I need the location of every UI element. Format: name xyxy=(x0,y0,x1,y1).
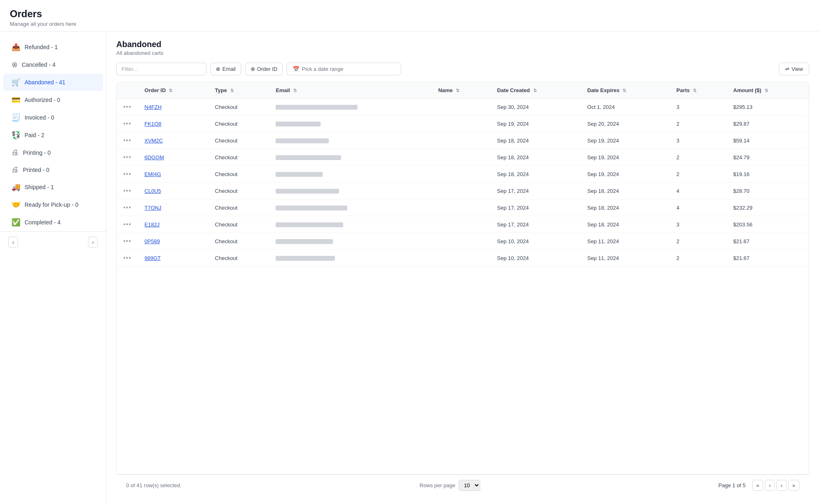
sidebar-item-printing[interactable]: 🖨 Printing - 0 xyxy=(3,144,103,161)
sidebar: 📤 Refunded - 1 ⊗ Cancelled - 4 🛒 Abandon… xyxy=(0,32,106,504)
app-container: Orders Manage all your orders here 📤 Ref… xyxy=(0,0,819,504)
cell-name-5 xyxy=(432,183,491,199)
sidebar-item-completed[interactable]: ✅ Completed - 4 xyxy=(3,214,103,231)
cell-email-8 xyxy=(269,233,432,250)
cell-type-5: Checkout xyxy=(208,183,269,199)
rows-per-page-select[interactable]: 10 20 50 xyxy=(459,480,480,491)
col-name[interactable]: Name ⇅ xyxy=(432,82,491,99)
cell-type-2: Checkout xyxy=(208,132,269,149)
order-id-filter-button[interactable]: ⊕ Order ID xyxy=(245,63,283,75)
sidebar-item-ready-pickup[interactable]: 🤝 Ready for Pick-up - 0 xyxy=(3,196,103,213)
sidebar-scroll-right[interactable]: › xyxy=(88,237,98,248)
cell-email-0 xyxy=(269,99,432,115)
cell-email-6 xyxy=(269,199,432,216)
order-id-link-5[interactable]: CL0U5 xyxy=(145,188,161,194)
completed-icon: ✅ xyxy=(11,218,20,227)
selected-count: 0 of 41 row(s) selected. xyxy=(126,482,181,488)
sidebar-item-printed[interactable]: 🖨 Printed - 0 xyxy=(3,161,103,178)
order-id-link-6[interactable]: T7QNJ xyxy=(145,205,161,211)
order-id-link-1[interactable]: FK1Q8 xyxy=(145,121,161,127)
cell-date-expires-7: Sep 18, 2024 xyxy=(581,216,670,233)
cancelled-icon: ⊗ xyxy=(11,60,18,69)
sort-order-id-icon: ⇅ xyxy=(169,88,172,93)
sidebar-item-authorized[interactable]: 💳 Authorized - 0 xyxy=(3,91,103,108)
order-id-link-3[interactable]: 6DGQM xyxy=(145,154,164,160)
view-button[interactable]: ⇌ View xyxy=(779,63,809,75)
page-subtitle: Manage all your orders here xyxy=(10,21,809,27)
prev-page-button[interactable]: ‹ xyxy=(765,480,775,491)
row-menu-0[interactable]: ••• xyxy=(117,99,138,115)
rows-per-page-control: Rows per page 10 20 50 xyxy=(420,480,480,491)
sidebar-item-paid[interactable]: 💱 Paid - 2 xyxy=(3,127,103,144)
cell-date-created-2: Sep 18, 2024 xyxy=(491,132,581,149)
col-parts[interactable]: Parts ⇅ xyxy=(670,82,727,99)
email-blurred-2 xyxy=(276,138,329,143)
next-page-button[interactable]: › xyxy=(776,480,786,491)
cell-amount-0: $295.13 xyxy=(727,99,809,115)
row-dots-0[interactable]: ••• xyxy=(123,103,131,110)
row-dots-1[interactable]: ••• xyxy=(123,120,131,127)
row-dots-2[interactable]: ••• xyxy=(123,137,131,144)
row-menu-8[interactable]: ••• xyxy=(117,233,138,250)
row-menu-4[interactable]: ••• xyxy=(117,166,138,183)
sidebar-label-ready-pickup: Ready for Pick-up - 0 xyxy=(25,201,79,208)
cell-email-9 xyxy=(269,250,432,267)
sort-amount-icon: ⇅ xyxy=(765,88,768,93)
row-dots-9[interactable]: ••• xyxy=(123,254,131,261)
cell-amount-7: $203.56 xyxy=(727,216,809,233)
row-menu-1[interactable]: ••• xyxy=(117,115,138,132)
sidebar-label-paid: Paid - 2 xyxy=(25,132,44,138)
sidebar-label-completed: Completed - 4 xyxy=(25,219,61,226)
first-page-button[interactable]: « xyxy=(752,480,763,491)
email-filter-button[interactable]: ⊕ Email xyxy=(210,63,241,75)
view-label: View xyxy=(792,66,803,72)
order-id-link-0[interactable]: N4FZH xyxy=(145,104,162,110)
cell-parts-5: 4 xyxy=(670,183,727,199)
order-id-link-8[interactable]: 0P589 xyxy=(145,238,160,244)
row-dots-8[interactable]: ••• xyxy=(123,237,131,244)
sidebar-item-refunded[interactable]: 📤 Refunded - 1 xyxy=(3,38,103,56)
sidebar-scroll-left[interactable]: ‹ xyxy=(8,237,18,248)
row-menu-7[interactable]: ••• xyxy=(117,216,138,233)
table-row: ••• T7QNJ Checkout Sep 17, 2024 Sep 18, … xyxy=(117,199,809,216)
row-dots-5[interactable]: ••• xyxy=(123,187,131,194)
date-range-button[interactable]: 📅 Pick a date range xyxy=(287,63,401,75)
col-date-created[interactable]: Date Created ⇅ xyxy=(491,82,581,99)
email-blurred-9 xyxy=(276,256,335,261)
row-menu-9[interactable]: ••• xyxy=(117,250,138,267)
plus-icon-2: ⊕ xyxy=(251,66,255,72)
page-info: Page 1 of 5 xyxy=(718,482,746,488)
cell-name-9 xyxy=(432,250,491,267)
row-menu-5[interactable]: ••• xyxy=(117,183,138,199)
sort-name-icon: ⇅ xyxy=(456,88,459,93)
order-id-link-9[interactable]: 989GT xyxy=(145,255,161,261)
col-type[interactable]: Type ⇅ xyxy=(208,82,269,99)
row-menu-6[interactable]: ••• xyxy=(117,199,138,216)
sidebar-item-shipped[interactable]: 🚚 Shipped - 1 xyxy=(3,179,103,196)
order-id-link-4[interactable]: EMI4G xyxy=(145,171,161,177)
col-amount[interactable]: Amount ($) ⇅ xyxy=(727,82,809,99)
sidebar-item-abandoned[interactable]: 🛒 Abandoned - 41 xyxy=(3,74,103,91)
row-menu-2[interactable]: ••• xyxy=(117,132,138,149)
row-dots-3[interactable]: ••• xyxy=(123,154,131,160)
order-id-link-7[interactable]: E182J xyxy=(145,221,160,228)
row-menu-3[interactable]: ••• xyxy=(117,149,138,166)
row-dots-6[interactable]: ••• xyxy=(123,204,131,211)
cell-parts-8: 2 xyxy=(670,233,727,250)
cell-type-1: Checkout xyxy=(208,115,269,132)
col-email[interactable]: Email ⇅ xyxy=(269,82,432,99)
row-dots-4[interactable]: ••• xyxy=(123,170,131,177)
filter-input[interactable] xyxy=(116,63,206,75)
last-page-button[interactable]: » xyxy=(788,480,799,491)
sidebar-item-cancelled[interactable]: ⊗ Cancelled - 4 xyxy=(3,56,103,73)
row-dots-7[interactable]: ••• xyxy=(123,221,131,228)
cell-name-7 xyxy=(432,216,491,233)
cell-type-9: Checkout xyxy=(208,250,269,267)
sidebar-item-invoiced[interactable]: 🧾 Invoiced - 0 xyxy=(3,109,103,126)
cell-amount-2: $59.14 xyxy=(727,132,809,149)
order-id-link-2[interactable]: XVM2C xyxy=(145,138,163,144)
cell-date-created-6: Sep 17, 2024 xyxy=(491,199,581,216)
cell-order-id-6: T7QNJ xyxy=(138,199,208,216)
col-date-expires[interactable]: Date Expires ⇅ xyxy=(581,82,670,99)
col-order-id[interactable]: Order ID ⇅ xyxy=(138,82,208,99)
